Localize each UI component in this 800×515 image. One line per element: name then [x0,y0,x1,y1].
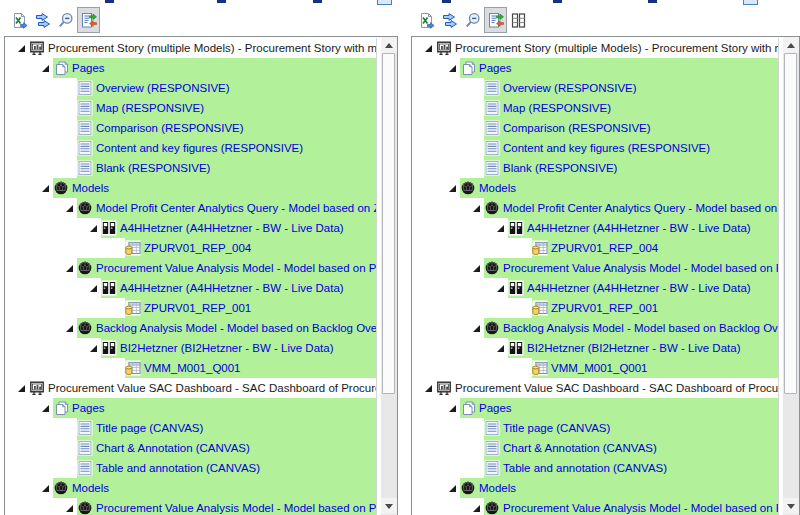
tree-row[interactable]: Blank (RESPONSIVE) [412,158,778,178]
expander-toggle[interactable] [13,385,29,392]
tree-row[interactable]: Procurement Value SAC Dashboard - SAC Da… [412,378,778,398]
tree-row[interactable]: Pages [412,58,778,78]
expander-toggle[interactable] [61,265,77,272]
expander-toggle[interactable] [420,385,436,392]
tree-row[interactable]: BI2Hetzner (BI2Hetzner - BW - Live Data) [5,338,376,358]
node-label: Content and key figures (RESPONSIVE) [93,142,306,154]
tree-row[interactable]: Chart & Annotation (CANVAS) [412,438,778,458]
zoom-out-button[interactable] [461,7,484,33]
expander-toggle[interactable] [85,345,101,352]
expander-toggle[interactable] [85,225,101,232]
tree-row[interactable]: Map (RESPONSIVE) [412,98,778,118]
expander-toggle[interactable] [37,185,53,192]
compare-documents-button[interactable] [77,7,100,33]
tree-row[interactable]: VMM_M001_Q001 [5,358,376,378]
scroll-up-button[interactable] [381,37,397,53]
scrollbar-thumb[interactable] [382,53,395,394]
export-excel-button[interactable] [415,7,438,33]
tree-row[interactable]: Models [5,478,376,498]
tree-row[interactable]: Overview (RESPONSIVE) [5,78,376,98]
expander-toggle[interactable] [492,285,508,292]
expander-toggle[interactable] [61,505,77,512]
expander-toggle[interactable] [444,185,460,192]
tree-row[interactable]: A4HHetzner (A4HHetzner - BW - Live Data) [412,278,778,298]
tree-row[interactable]: A4HHetzner (A4HHetzner - BW - Live Data) [412,218,778,238]
compare-documents-button[interactable] [484,7,507,33]
expander-toggle[interactable] [61,325,77,332]
expander-toggle[interactable] [468,325,484,332]
tree-row[interactable]: Table and annotation (CANVAS) [412,458,778,478]
expander-toggle[interactable] [492,225,508,232]
tree-row[interactable]: Content and key figures (RESPONSIVE) [5,138,376,158]
expander-toggle[interactable] [444,485,460,492]
tree-row[interactable]: Chart & Annotation (CANVAS) [5,438,376,458]
expander-toggle[interactable] [468,205,484,212]
expander-toggle[interactable] [37,65,53,72]
tree-row[interactable]: A4HHetzner (A4HHetzner - BW - Live Data) [5,218,376,238]
right-vertical-scrollbar[interactable] [783,37,799,515]
expander-toggle[interactable] [37,485,53,492]
tree-row[interactable]: Procurement Value Analysis Model - Model… [5,498,376,515]
node-label: Title page (CANVAS) [93,422,206,434]
tree-row[interactable]: Procurement Value Analysis Model - Model… [412,498,778,515]
expander-toggle[interactable] [37,405,53,412]
tree-row[interactable]: Models [412,178,778,198]
tree-row[interactable]: Pages [5,58,376,78]
expanded-triangle-icon [449,405,456,412]
tree-row[interactable]: Title page (CANVAS) [5,418,376,438]
expander-toggle[interactable] [85,285,101,292]
split-view-button[interactable] [507,7,530,33]
scroll-down-button[interactable] [381,498,397,514]
tree-row[interactable]: ZPURV01_REP_004 [412,238,778,258]
tree-row[interactable]: Models [412,478,778,498]
tree-row[interactable]: ZPURV01_REP_004 [5,238,376,258]
tree-row[interactable]: Models [5,178,376,198]
expander-toggle[interactable] [468,265,484,272]
expander-toggle[interactable] [468,505,484,512]
expander-toggle[interactable] [444,65,460,72]
tree-row[interactable]: Content and key figures (RESPONSIVE) [412,138,778,158]
tree-row[interactable]: Procurement Story (multiple Models) - Pr… [5,38,376,58]
tree-row[interactable]: ZPURV01_REP_001 [412,298,778,318]
tree-row[interactable]: Backlog Analysis Model - Model based on … [412,318,778,338]
merge-arrows-button[interactable] [31,7,54,33]
tree-row[interactable]: Backlog Analysis Model - Model based on … [5,318,376,338]
expander-toggle[interactable] [13,45,29,52]
tree-row[interactable]: A4HHetzner (A4HHetzner - BW - Live Data) [5,278,376,298]
tree-row[interactable]: Model Profit Center Analytics Query - Mo… [412,198,778,218]
scrollbar-thumb[interactable] [784,53,797,394]
tree-row[interactable]: Model Profit Center Analytics Query - Mo… [5,198,376,218]
row-indent [412,198,468,218]
tree-row[interactable]: Comparison (RESPONSIVE) [412,118,778,138]
expander-toggle[interactable] [444,405,460,412]
tree-row[interactable]: Title page (CANVAS) [412,418,778,438]
tree-row[interactable]: BI2Hetzner (BI2Hetzner - BW - Live Data) [412,338,778,358]
expander-toggle[interactable] [61,205,77,212]
scroll-down-button[interactable] [783,498,799,514]
tree-row[interactable]: Procurement Value Analysis Model - Model… [5,258,376,278]
tree-row[interactable]: Comparison (RESPONSIVE) [5,118,376,138]
model-cube-icon [77,200,93,216]
expander-toggle[interactable] [492,345,508,352]
merge-arrows-button[interactable] [438,7,461,33]
bw-system-icon [508,220,524,236]
tree-row[interactable]: Pages [412,398,778,418]
export-excel-button[interactable] [8,7,31,33]
tree-row[interactable]: Pages [5,398,376,418]
node-label: Map (RESPONSIVE) [93,102,207,114]
tree-row[interactable]: Procurement Value SAC Dashboard - SAC Da… [5,378,376,398]
scroll-up-button[interactable] [783,37,799,53]
tree-row[interactable]: ZPURV01_REP_001 [5,298,376,318]
clipped-text-artifact [553,0,562,3]
expander-toggle[interactable] [420,45,436,52]
tree-row[interactable]: VMM_M001_Q001 [412,358,778,378]
tree-row[interactable]: Procurement Value Analysis Model - Model… [412,258,778,278]
left-vertical-scrollbar[interactable] [381,37,397,515]
changed-highlight: Pages [460,398,778,418]
zoom-out-button[interactable] [54,7,77,33]
tree-row[interactable]: Blank (RESPONSIVE) [5,158,376,178]
tree-row[interactable]: Overview (RESPONSIVE) [412,78,778,98]
tree-row[interactable]: Table and annotation (CANVAS) [5,458,376,478]
tree-row[interactable]: Map (RESPONSIVE) [5,98,376,118]
tree-row[interactable]: Procurement Story (multiple Models) - Pr… [412,38,778,58]
